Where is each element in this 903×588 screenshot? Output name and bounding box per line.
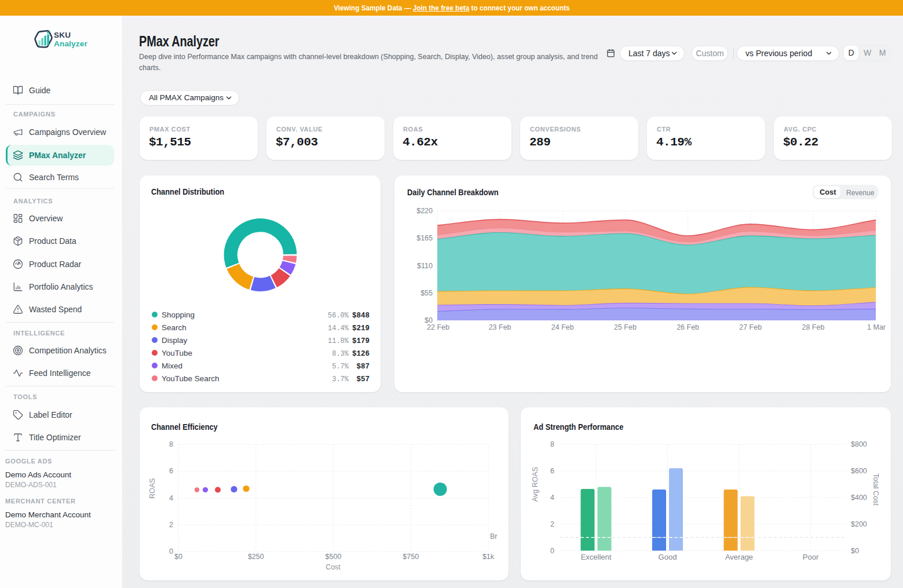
svg-text:$600: $600 xyxy=(851,467,867,475)
svg-text:1 Mar: 1 Mar xyxy=(867,323,886,331)
svg-text:$57: $57 xyxy=(356,375,370,384)
svg-text:Analyzer: Analyzer xyxy=(54,39,87,48)
svg-text:Avg ROAS: Avg ROAS xyxy=(531,467,539,502)
svg-text:$800: $800 xyxy=(851,440,867,448)
svg-text:2: 2 xyxy=(550,520,554,528)
svg-text:14.4%: 14.4% xyxy=(328,324,349,333)
svg-text:$0: $0 xyxy=(174,553,182,561)
svg-text:56.0%: 56.0% xyxy=(328,312,349,320)
svg-text:2: 2 xyxy=(169,521,173,529)
svg-text:YouTube Search: YouTube Search xyxy=(162,374,220,383)
svg-text:$250: $250 xyxy=(248,553,264,561)
svg-text:Search: Search xyxy=(162,323,187,332)
svg-text:8: 8 xyxy=(169,440,173,448)
svg-text:0: 0 xyxy=(169,547,173,556)
svg-text:Shopping: Shopping xyxy=(162,311,195,319)
svg-text:8: 8 xyxy=(550,440,554,448)
svg-text:6: 6 xyxy=(169,467,173,475)
svg-text:6: 6 xyxy=(550,467,554,475)
svg-text:Good: Good xyxy=(659,553,677,561)
svg-text:Display: Display xyxy=(162,336,188,345)
svg-text:Average: Average xyxy=(725,553,753,561)
svg-text:5.7%: 5.7% xyxy=(332,363,349,371)
svg-text:Br: Br xyxy=(490,532,498,540)
svg-text:Poor: Poor xyxy=(803,553,819,561)
svg-text:$0: $0 xyxy=(851,547,859,555)
svg-text:4: 4 xyxy=(550,494,554,502)
svg-text:0: 0 xyxy=(550,547,554,555)
svg-text:$165: $165 xyxy=(416,234,433,242)
svg-text:$750: $750 xyxy=(403,553,419,561)
svg-text:$848: $848 xyxy=(352,312,370,320)
svg-text:22 Feb: 22 Feb xyxy=(427,323,449,331)
svg-text:$179: $179 xyxy=(352,337,370,345)
svg-text:4: 4 xyxy=(169,494,173,502)
svg-text:$55: $55 xyxy=(421,289,433,297)
svg-text:YouTube: YouTube xyxy=(162,349,192,357)
svg-text:$110: $110 xyxy=(417,262,433,270)
svg-text:26 Feb: 26 Feb xyxy=(677,323,699,331)
svg-text:SKU: SKU xyxy=(54,31,71,39)
svg-text:27 Feb: 27 Feb xyxy=(739,323,762,331)
svg-text:ROAS: ROAS xyxy=(148,478,156,498)
svg-text:$1k: $1k xyxy=(482,553,495,561)
svg-text:25 Feb: 25 Feb xyxy=(614,323,637,331)
svg-text:$219: $219 xyxy=(352,324,370,333)
svg-text:11.8%: 11.8% xyxy=(328,337,349,345)
svg-text:Excellent: Excellent xyxy=(581,553,612,561)
svg-text:$400: $400 xyxy=(851,494,867,502)
svg-text:Cost: Cost xyxy=(326,563,341,571)
svg-text:$87: $87 xyxy=(356,363,370,371)
svg-text:$220: $220 xyxy=(416,207,433,215)
svg-text:28 Feb: 28 Feb xyxy=(802,323,824,331)
svg-text:$126: $126 xyxy=(352,350,370,358)
svg-text:Mixed: Mixed xyxy=(162,361,182,370)
svg-text:Total Cost: Total Cost xyxy=(872,473,880,506)
svg-text:24 Feb: 24 Feb xyxy=(551,323,574,331)
svg-text:$200: $200 xyxy=(851,520,867,528)
svg-text:8.3%: 8.3% xyxy=(332,350,349,358)
svg-text:$500: $500 xyxy=(326,553,342,561)
svg-text:3.7%: 3.7% xyxy=(332,375,349,384)
svg-text:23 Feb: 23 Feb xyxy=(489,323,511,331)
